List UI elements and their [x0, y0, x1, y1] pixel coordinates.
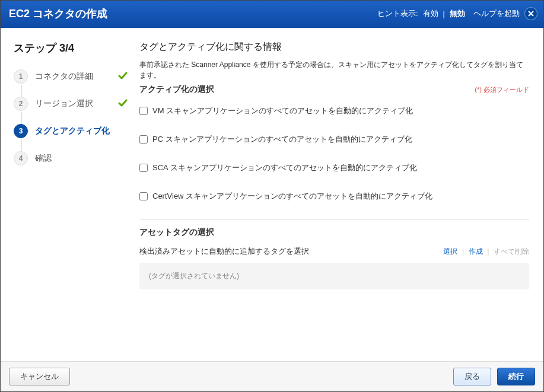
hint-on-link[interactable]: 有効 — [423, 8, 438, 19]
main-heading: タグとアクティブ化に関する情報 — [139, 41, 529, 53]
required-note: (*) 必須フィールド — [475, 85, 529, 94]
activation-checkbox[interactable] — [139, 107, 148, 115]
main-description: 事前承認された Scanner Appliance を使用する予定の場合は、スキ… — [139, 59, 529, 81]
activation-checkbox[interactable] — [139, 192, 148, 200]
step-label: リージョン選択 — [35, 98, 111, 109]
activation-checkbox-row[interactable]: SCA スキャンアプリケーションのすべてのアセットを自動的にアクティブ化 — [139, 162, 529, 173]
hint-off-link[interactable]: 無効 — [450, 8, 465, 19]
cancel-button[interactable]: キャンセル — [9, 368, 70, 385]
close-icon — [528, 11, 534, 17]
activation-checkbox-label: CertView スキャンアプリケーションのすべてのアセットを自動的にアクティブ… — [152, 191, 432, 202]
activation-section-title: アクティブ化の選択 — [139, 84, 214, 95]
wizard-step-title: ステップ 3/4 — [14, 41, 128, 55]
step-label: タグとアクティブ化 — [35, 126, 128, 136]
activation-checkbox-label: VM スキャンアプリケーションのすべてのアセットを自動的にアクティブ化 — [152, 106, 413, 116]
tag-section-title: アセットタグの選択 — [139, 227, 529, 238]
activation-checkbox[interactable] — [139, 164, 148, 172]
activation-checkbox-row[interactable]: VM スキャンアプリケーションのすべてのアセットを自動的にアクティブ化 — [139, 106, 529, 116]
hint-sep: | — [443, 9, 445, 18]
tag-selection-box: (タグが選択されていません) — [139, 263, 529, 289]
step-label: 確認 — [35, 153, 128, 164]
dialog-footer: キャンセル 戻る 続行 — [1, 361, 543, 391]
checkmark-icon — [118, 98, 128, 110]
main-panel: タグとアクティブ化に関する情報 事前承認された Scanner Applianc… — [137, 28, 543, 361]
activation-checkbox-label: PC スキャンアプリケーションのすべてのアセットを自動的にアクティブ化 — [152, 134, 412, 145]
continue-button[interactable]: 続行 — [497, 368, 535, 385]
dialog-titlebar: EC2 コネクタの作成 ヒント表示: 有効 | 無効 ヘルプを起動 — [1, 1, 543, 28]
tag-create-link[interactable]: 作成 — [469, 247, 483, 256]
checkmark-icon — [118, 71, 128, 82]
activation-checkbox-label: SCA スキャンアプリケーションのすべてのアセットを自動的にアクティブ化 — [152, 162, 417, 173]
activation-checkbox-row[interactable]: CertView スキャンアプリケーションのすべてのアセットを自動的にアクティブ… — [139, 191, 529, 202]
tag-select-link[interactable]: 選択 — [443, 247, 457, 256]
close-button[interactable] — [524, 7, 537, 20]
step-number: 4 — [14, 151, 28, 165]
hint-label: ヒント表示: — [377, 8, 418, 19]
dialog-title: EC2 コネクタの作成 — [9, 7, 107, 21]
activation-checkbox-row[interactable]: PC スキャンアプリケーションのすべてのアセットを自動的にアクティブ化 — [139, 134, 529, 145]
wizard-sidebar: ステップ 3/4 1コネクタの詳細2リージョン選択3タグとアクティブ化4確認 — [1, 28, 137, 361]
wizard-step[interactable]: 3タグとアクティブ化 — [14, 124, 128, 138]
help-link[interactable]: ヘルプを起動 — [473, 8, 520, 19]
wizard-step[interactable]: 2リージョン選択 — [14, 97, 128, 111]
tag-hint: 検出済みアセットに自動的に追加するタグを選択 — [139, 246, 309, 257]
step-number: 1 — [14, 69, 28, 84]
step-label: コネクタの詳細 — [35, 71, 111, 82]
tag-empty-text: (タグが選択されていません) — [149, 272, 239, 280]
wizard-step[interactable]: 4確認 — [14, 151, 128, 165]
tag-delete-all-link: すべて削除 — [494, 247, 529, 256]
activation-checkbox[interactable] — [139, 135, 148, 144]
step-number: 3 — [14, 124, 28, 138]
step-number: 2 — [14, 97, 28, 111]
back-button[interactable]: 戻る — [453, 368, 491, 385]
wizard-step[interactable]: 1コネクタの詳細 — [14, 69, 128, 84]
